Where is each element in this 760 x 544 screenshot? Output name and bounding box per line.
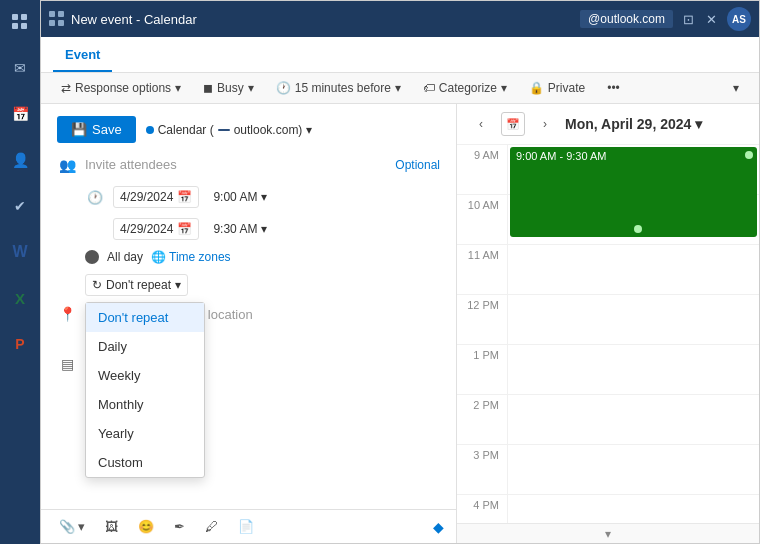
- time-label: 12 PM: [457, 295, 507, 344]
- save-button[interactable]: 💾 Save: [57, 116, 136, 143]
- start-time-input[interactable]: 9:00 AM ▾: [207, 187, 273, 207]
- attach-button[interactable]: 📎 ▾: [53, 516, 91, 537]
- calendar-today-button[interactable]: 📅: [501, 112, 525, 136]
- sidebar-contacts-icon[interactable]: 👤: [6, 146, 34, 174]
- calendar-dot: [146, 126, 154, 134]
- time-content: [507, 195, 759, 244]
- calendar-scroll[interactable]: 9 AM 9:00 AM - 9:30 AM 10 AM 11 AM: [457, 145, 759, 523]
- attach-arrow: ▾: [78, 519, 85, 534]
- notes-icon: ▤: [57, 356, 77, 372]
- chevron-down-icon: ▾: [395, 81, 401, 95]
- busy-icon: ◼: [203, 81, 213, 95]
- time-content: [507, 295, 759, 344]
- end-datetime-row: 4/29/2024 📅 9:30 AM ▾: [85, 218, 440, 240]
- allday-label: All day: [107, 250, 143, 264]
- time-label: 11 AM: [457, 245, 507, 294]
- clock-icon: 🕐: [276, 81, 291, 95]
- signature-button[interactable]: ✒: [168, 516, 191, 537]
- calendar-email: [218, 129, 230, 131]
- sidebar-email-icon[interactable]: ✉: [6, 54, 34, 82]
- tag-icon: 🏷: [423, 81, 435, 95]
- categorize-button[interactable]: 🏷 Categorize ▾: [415, 77, 515, 99]
- tab-bar: Event: [41, 37, 759, 73]
- timezone-link[interactable]: 🌐 Time zones: [151, 250, 231, 264]
- time-content: [507, 445, 759, 494]
- attendees-input[interactable]: Invite attendees: [85, 153, 387, 176]
- allday-toggle[interactable]: [85, 250, 99, 264]
- globe-icon: 🌐: [151, 250, 166, 264]
- optional-link[interactable]: Optional: [395, 158, 440, 172]
- content-area: 💾 Save Calendar ( outlook.com) ▾ 👥 Invit…: [41, 104, 759, 543]
- more-button[interactable]: •••: [599, 77, 628, 99]
- chevron-down-icon: ▾: [501, 81, 507, 95]
- end-time-input[interactable]: 9:30 AM ▾: [207, 219, 273, 239]
- close-button[interactable]: ✕: [702, 10, 721, 29]
- repeat-button[interactable]: ↻ Don't repeat ▾: [85, 274, 188, 296]
- dropdown-item-custom[interactable]: Custom: [86, 448, 204, 477]
- repeat-row: ↻ Don't repeat ▾ Don't repeat Daily Week…: [85, 274, 440, 296]
- time-content: [507, 395, 759, 444]
- chevron-down-icon: ▾: [248, 81, 254, 95]
- time-slot-4pm: 4 PM: [457, 495, 759, 523]
- event-dot-top: [745, 151, 753, 159]
- scroll-down-button[interactable]: ▾: [457, 523, 759, 543]
- tab-event[interactable]: Event: [53, 39, 112, 72]
- time-slot-3pm: 3 PM: [457, 445, 759, 495]
- sidebar-powerpoint-icon[interactable]: P: [6, 330, 34, 358]
- end-date-input[interactable]: 4/29/2024 📅: [113, 218, 199, 240]
- dropdown-item-weekly[interactable]: Weekly: [86, 361, 204, 390]
- calendar-date-title[interactable]: Mon, April 29, 2024 ▾: [565, 116, 702, 132]
- time-label: 4 PM: [457, 495, 507, 523]
- dropdown-item-yearly[interactable]: Yearly: [86, 419, 204, 448]
- chevron-down-icon: ▾: [261, 190, 267, 204]
- start-date-input[interactable]: 4/29/2024 📅: [113, 186, 199, 208]
- dropdown-item-daily[interactable]: Daily: [86, 332, 204, 361]
- response-icon: ⇄: [61, 81, 71, 95]
- time-label: 1 PM: [457, 345, 507, 394]
- time-slot-9am: 9 AM 9:00 AM - 9:30 AM: [457, 145, 759, 195]
- private-button[interactable]: 🔒 Private: [521, 77, 593, 99]
- form-panel: 💾 Save Calendar ( outlook.com) ▾ 👥 Invit…: [41, 104, 456, 543]
- response-options-button[interactable]: ⇄ Response options ▾: [53, 77, 189, 99]
- image-button[interactable]: 🖼: [99, 516, 124, 537]
- reminder-button[interactable]: 🕐 15 minutes before ▾: [268, 77, 409, 99]
- time-content: 9:00 AM - 9:30 AM: [507, 145, 759, 194]
- time-label: 3 PM: [457, 445, 507, 494]
- emoji-button[interactable]: 😊: [132, 516, 160, 537]
- bottom-toolbar: 📎 ▾ 🖼 😊 ✒ 🖊 📄 ◆: [41, 509, 456, 543]
- avatar: AS: [727, 7, 751, 31]
- calendar-prev-button[interactable]: ‹: [469, 112, 493, 136]
- sidebar-grid-icon[interactable]: [6, 8, 34, 36]
- save-icon: 💾: [71, 122, 87, 137]
- clock-icon: 🕐: [85, 190, 105, 205]
- title-email: @outlook.com: [580, 10, 673, 28]
- allday-row: All day 🌐 Time zones: [85, 250, 440, 264]
- file-button[interactable]: 📄: [232, 516, 260, 537]
- time-content: [507, 345, 759, 394]
- time-slot-11am: 11 AM: [457, 245, 759, 295]
- signature-icon: ✒: [174, 519, 185, 534]
- chevron-down-icon: ▾: [175, 278, 181, 292]
- sidebar-tasks-icon[interactable]: ✔: [6, 192, 34, 220]
- chevron-down-icon: ▾: [175, 81, 181, 95]
- busy-button[interactable]: ◼ Busy ▾: [195, 77, 262, 99]
- dropdown-item-monthly[interactable]: Monthly: [86, 390, 204, 419]
- window-title: New event - Calendar: [71, 12, 574, 27]
- draw-button[interactable]: 🖊: [199, 516, 224, 537]
- calendar-next-button[interactable]: ›: [533, 112, 557, 136]
- toolbar: ⇄ Response options ▾ ◼ Busy ▾ 🕐 15 minut…: [41, 73, 759, 104]
- time-slot-2pm: 2 PM: [457, 395, 759, 445]
- calendar-selector[interactable]: Calendar ( outlook.com) ▾: [146, 123, 313, 137]
- dropdown-item-dont-repeat[interactable]: Don't repeat: [86, 303, 204, 332]
- time-content: [507, 495, 759, 523]
- sidebar-calendar-icon[interactable]: 📅: [6, 100, 34, 128]
- time-label: 9 AM: [457, 145, 507, 194]
- sidebar: ✉ 📅 👤 ✔ W X P: [0, 0, 40, 544]
- toolbar-dropdown-button[interactable]: ▾: [725, 77, 747, 99]
- expand-button[interactable]: ⊡: [679, 10, 698, 29]
- sidebar-word-icon[interactable]: W: [6, 238, 34, 266]
- image-icon: 🖼: [105, 519, 118, 534]
- premium-icon: ◆: [433, 519, 444, 535]
- sidebar-excel-icon[interactable]: X: [6, 284, 34, 312]
- calendar-header: ‹ 📅 › Mon, April 29, 2024 ▾: [457, 104, 759, 145]
